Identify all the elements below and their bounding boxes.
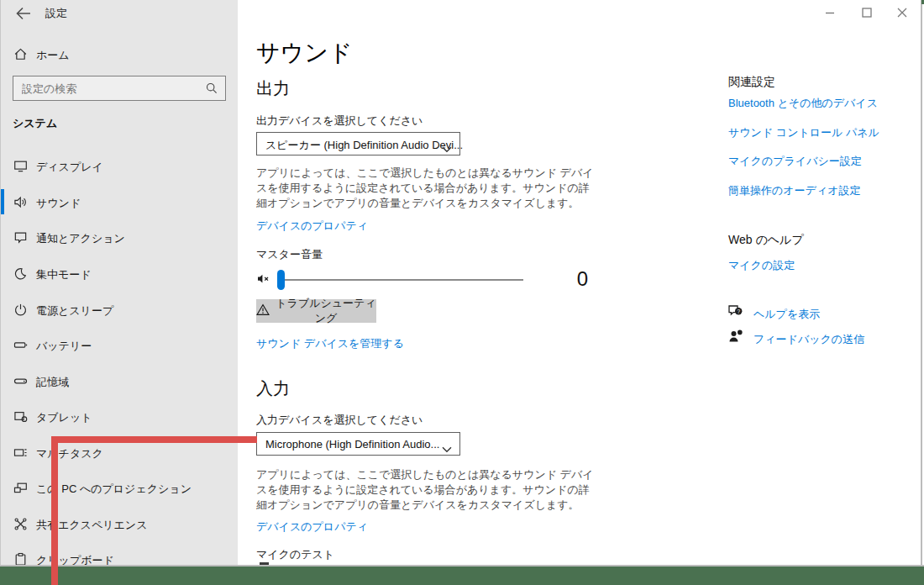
mic-test-label: マイクのテスト: [256, 547, 334, 562]
svg-text:?: ?: [737, 308, 740, 314]
settings-window: 設定 ホーム システム ディスプレイ サウンド 通知とアクション: [0, 0, 924, 585]
sidebar-item-label: バッテリー: [36, 339, 92, 354]
maximize-icon: [862, 8, 872, 18]
sidebar-item-label: ホーム: [36, 48, 70, 63]
minimize-icon: [825, 8, 835, 18]
tablet-icon: [13, 409, 28, 427]
feedback-person-icon: [728, 329, 743, 346]
input-device-value: Microphone (High Definition Audio...: [265, 438, 439, 451]
sidebar-item-storage[interactable]: 記憶域: [1, 368, 239, 393]
app-title: 設定: [45, 6, 67, 21]
display-icon: [13, 159, 28, 177]
input-device-dropdown[interactable]: Microphone (High Definition Audio...: [256, 432, 460, 456]
input-device-label: 入力デバイスを選択してください: [256, 413, 423, 428]
send-feedback-link[interactable]: フィードバックの送信: [753, 332, 864, 347]
sidebar-item-label: ディスプレイ: [36, 160, 103, 175]
master-volume-label: マスター音量: [256, 247, 323, 262]
sidebar-item-label: サウンド: [36, 196, 81, 211]
web-help-link-mic-setup[interactable]: マイクの設定: [728, 258, 795, 273]
output-device-label: 出力デバイスを選択してください: [256, 113, 423, 129]
output-device-value: スピーカー (High Definition Audio Devi...: [265, 138, 463, 153]
focus-assist-icon: [13, 266, 28, 284]
warning-icon: [256, 303, 270, 319]
related-link-sound-control-panel[interactable]: サウンド コントロール パネル: [728, 125, 879, 140]
search-icon[interactable]: [205, 82, 218, 98]
sidebar-item-display[interactable]: ディスプレイ: [1, 153, 239, 178]
desktop-background-strip: [0, 567, 924, 585]
sidebar-item-label: マルチタスク: [36, 446, 103, 461]
annotation-callout-line-vertical: [51, 436, 58, 585]
projection-icon: [13, 481, 28, 498]
input-description: アプリによっては、ここで選択したものとは異なるサウンド デバイスを使用するように…: [256, 467, 596, 514]
search-input[interactable]: [22, 76, 202, 100]
minimize-button[interactable]: [815, 0, 845, 25]
back-arrow-icon: [14, 5, 33, 22]
notifications-icon: [13, 230, 28, 248]
titlebar: 設定: [1, 0, 239, 29]
sidebar-item-label: 電源とスリープ: [36, 303, 113, 319]
sidebar-item-projection[interactable]: この PC へのプロジェクション: [1, 475, 239, 500]
slider-track[interactable]: [281, 279, 523, 281]
related-link-ease-of-access-audio[interactable]: 簡単操作のオーディオ設定: [728, 183, 861, 198]
slider-thumb[interactable]: [277, 270, 285, 290]
volume-muted-icon[interactable]: [257, 272, 273, 289]
page-title: サウンド: [256, 37, 353, 69]
output-section-heading: 出力: [256, 77, 290, 100]
web-help-heading: Web のヘルプ: [728, 233, 804, 248]
sidebar-item-label: この PC へのプロジェクション: [36, 482, 192, 497]
shared-experiences-icon: [13, 517, 28, 535]
sidebar-item-label: 通知とアクション: [36, 231, 125, 246]
related-link-mic-privacy[interactable]: マイクのプライバシー設定: [728, 154, 862, 169]
sidebar-item-notifications[interactable]: 通知とアクション: [1, 224, 239, 250]
maximize-button[interactable]: [852, 0, 882, 25]
sidebar-item-label: 集中モード: [36, 267, 92, 282]
output-device-dropdown[interactable]: スピーカー (High Definition Audio Devi...: [256, 132, 460, 155]
show-help-link[interactable]: ヘルプを表示: [753, 307, 820, 322]
master-volume-slider[interactable]: [277, 267, 529, 292]
chevron-down-icon: [442, 141, 452, 156]
close-icon: [896, 7, 908, 18]
sidebar-item-battery[interactable]: バッテリー: [1, 332, 239, 357]
sidebar-item-shared-experiences[interactable]: 共有エクスペリエンス: [1, 511, 239, 536]
sidebar: 設定 ホーム システム ディスプレイ サウンド 通知とアクション: [0, 0, 238, 567]
input-section-heading: 入力: [256, 377, 290, 400]
chevron-down-icon: [442, 441, 452, 456]
search-box[interactable]: [13, 76, 226, 101]
home-icon: [13, 47, 28, 65]
sidebar-item-focus-assist[interactable]: 集中モード: [1, 261, 239, 286]
annotation-callout-line-horizontal: [51, 436, 257, 443]
sidebar-item-label: 記憶域: [36, 375, 69, 390]
output-description: アプリによっては、ここで選択したものとは異なるサウンド デバイスを使用するように…: [256, 166, 596, 212]
sidebar-item-sound[interactable]: サウンド: [1, 189, 239, 214]
manage-sound-devices-link[interactable]: サウンド デバイスを管理する: [256, 336, 404, 351]
sound-icon: [13, 195, 28, 213]
sidebar-item-home[interactable]: ホーム: [1, 42, 239, 67]
multitasking-icon: [13, 445, 28, 463]
related-link-bluetooth[interactable]: Bluetooth とその他のデバイス: [728, 96, 878, 111]
related-settings-heading: 関連設定: [728, 75, 775, 90]
volume-value: 0: [554, 267, 588, 291]
battery-icon: [13, 338, 28, 356]
master-volume-row: [256, 267, 592, 292]
output-device-properties-link[interactable]: デバイスのプロパティ: [256, 219, 368, 234]
sidebar-section-system: システム: [13, 116, 57, 131]
sidebar-item-label: タブレット: [36, 410, 92, 425]
sidebar-item-power-sleep[interactable]: 電源とスリープ: [1, 297, 239, 322]
close-button[interactable]: [887, 0, 917, 25]
sidebar-item-tablet[interactable]: タブレット: [1, 403, 239, 429]
back-button[interactable]: [14, 5, 33, 22]
power-icon: [13, 303, 28, 320]
troubleshoot-button[interactable]: トラブルシューティング: [256, 299, 376, 323]
help-chat-icon: ?: [727, 304, 744, 322]
window-right-border: [921, 0, 922, 567]
storage-icon: [13, 374, 28, 392]
sidebar-item-multitasking[interactable]: マルチタスク: [1, 440, 239, 465]
input-device-properties-link[interactable]: デバイスのプロパティ: [256, 519, 368, 535]
troubleshoot-button-label: トラブルシューティング: [276, 296, 376, 326]
